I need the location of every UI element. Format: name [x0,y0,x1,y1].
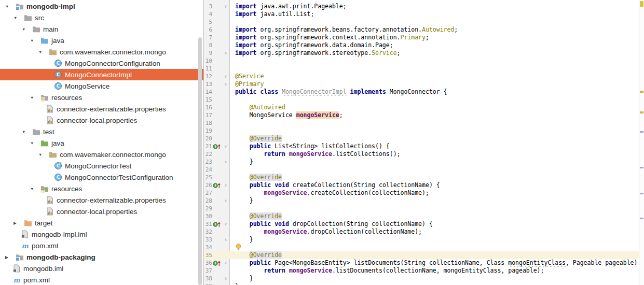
line-number[interactable]: 37 [204,267,212,275]
fold-marker-icon[interactable]: ∧ [222,275,230,282]
line-number[interactable]: 8 [204,41,212,49]
code-text[interactable]: @Primary [230,80,644,88]
code-text[interactable]: mongoService.dropCollection(collectionNa… [230,228,644,236]
line-number[interactable]: 10 [204,57,212,65]
expand-arrow-icon[interactable]: ▼ [4,4,16,9]
code-line[interactable]: 36I∨ public Page<MongoBaseEntity> listDo… [204,259,644,267]
implementing-method-icon[interactable]: I [212,181,222,189]
tree-item[interactable]: CMongoConnectorImpl [0,69,203,80]
code-line[interactable]: 33∧ } [204,236,644,244]
expand-arrow-icon[interactable]: ▼ [29,187,40,191]
fold-marker-icon[interactable]: ∧ [222,49,230,57]
code-line[interactable]: 18 [204,119,644,127]
tree-item[interactable]: CMongoConnectorConfiguration [0,58,203,69]
tree-item[interactable]: CMongoConnectorTest [0,160,203,172]
code-text[interactable] [230,57,644,65]
line-number[interactable]: 34 [204,244,212,251]
line-number[interactable]: 16 [204,104,212,111]
line-number[interactable]: 13 [204,80,212,88]
code-line[interactable]: 29 [204,205,644,212]
code-text[interactable]: public class MongoConnectorImpl implemen… [230,88,644,96]
implementing-method-icon[interactable]: I [212,220,222,228]
code-line[interactable]: 19 [204,127,644,135]
code-line[interactable]: 31I∨ public void dropCollection(String c… [204,220,644,228]
line-number[interactable]: 23 [204,158,212,166]
fold-marker-icon[interactable]: ∨ [222,181,230,189]
code-line[interactable]: 8import org.springframework.data.domain.… [204,41,644,49]
code-text[interactable]: import org.springframework.stereotype.Se… [230,49,644,57]
tree-item[interactable]: mpom.xml [0,274,203,285]
line-number[interactable]: 7 [204,34,212,41]
code-line[interactable]: 24 [204,166,644,174]
tree-item[interactable]: connector-local.properties [0,206,203,217]
code-text[interactable]: @Override [230,251,644,259]
code-text[interactable]: import org.springframework.data.domain.P… [230,41,644,49]
line-number[interactable]: 36 [204,259,212,267]
tree-item[interactable]: ▼main [0,23,203,35]
line-number[interactable]: 39 [204,282,212,285]
code-line[interactable]: 38∧ } [204,275,644,282]
code-line[interactable]: 15 [204,96,644,104]
code-line[interactable]: 3∨import java.awt.print.Pageable; [204,3,644,10]
line-number[interactable]: 17 [204,111,212,119]
fold-marker-icon[interactable]: ∧ [222,80,230,88]
code-text[interactable]: } [230,158,644,166]
fold-marker-icon[interactable]: ∨ [222,73,230,80]
code-text[interactable]: import org.springframework.context.annot… [230,34,644,41]
fold-marker-icon[interactable]: ∨ [222,142,230,150]
expand-arrow-icon[interactable]: ▼ [12,16,24,20]
code-text[interactable]: } [230,236,644,244]
tree-item[interactable]: ▶target [0,217,203,229]
line-number[interactable]: 9 [204,49,212,57]
line-number[interactable]: 28 [204,197,212,205]
code-text[interactable]: @Override [230,174,644,181]
tree-item[interactable]: connector-local.properties [0,115,203,126]
fold-marker-icon[interactable]: ∨ [222,220,230,228]
expand-arrow-icon[interactable]: ▼ [37,152,49,157]
code-text[interactable] [230,127,644,135]
tree-item[interactable]: connector-externalizable.properties [0,103,203,115]
line-number[interactable]: 18 [204,119,212,127]
code-line[interactable]: 13∧@Primary [204,80,644,88]
code-line[interactable]: 14public class MongoConnectorImpl implem… [204,88,644,96]
code-line[interactable]: 5 [204,18,644,26]
tree-item[interactable]: mongodb-impl.iml [0,229,203,240]
line-number[interactable]: 12 [204,73,212,80]
warning-stripe-mark[interactable] [640,111,643,113]
code-line[interactable]: 4import java.util.List; [204,10,644,18]
expand-arrow-icon[interactable]: ▼ [29,141,40,146]
line-number[interactable]: 27 [204,189,212,197]
line-number[interactable]: 25 [204,174,212,181]
code-text[interactable]: mongoService.createCollection(collection… [230,189,644,197]
code-line[interactable]: 34 [204,244,644,251]
occurrence-stripe-mark[interactable] [640,218,643,219]
line-number[interactable]: 5 [204,18,212,26]
expand-arrow-icon[interactable]: ▼ [21,130,32,134]
tree-item[interactable]: ▼src [0,12,203,23]
code-text[interactable] [230,244,644,251]
expand-arrow-icon[interactable]: ▼ [37,50,49,54]
code-line[interactable]: 16 @Autowired [204,104,644,111]
code-text[interactable]: public void dropCollection(String collec… [230,220,644,228]
tree-item[interactable]: mongodb.iml [0,263,203,274]
line-number[interactable]: 35 [204,251,212,259]
tree-item[interactable]: connector-externalizable.properties [0,194,203,206]
collapse-arrow-icon[interactable]: ▶ [4,255,16,260]
occurrence-stripe-mark[interactable] [640,131,643,133]
expand-arrow-icon[interactable]: ▼ [29,95,40,100]
code-text[interactable] [230,65,644,73]
code-line[interactable]: 20 @Override [204,135,644,142]
code-text[interactable] [230,166,644,174]
tree-item[interactable]: ▼java [0,35,203,46]
tree-scrollbar-thumb[interactable] [198,37,202,285]
expand-arrow-icon[interactable]: ▼ [29,38,40,43]
occurrence-stripe-mark[interactable] [640,167,643,168]
line-number[interactable]: 29 [204,205,212,212]
fold-marker-icon[interactable]: ∧ [222,197,230,205]
tree-item[interactable]: ▼resources [0,183,203,194]
line-number[interactable]: 19 [204,127,212,135]
code-text[interactable]: } [230,275,644,282]
code-line[interactable]: 7import org.springframework.context.anno… [204,34,644,41]
code-text[interactable] [230,18,644,26]
occurrence-stripe-mark[interactable] [640,193,643,194]
